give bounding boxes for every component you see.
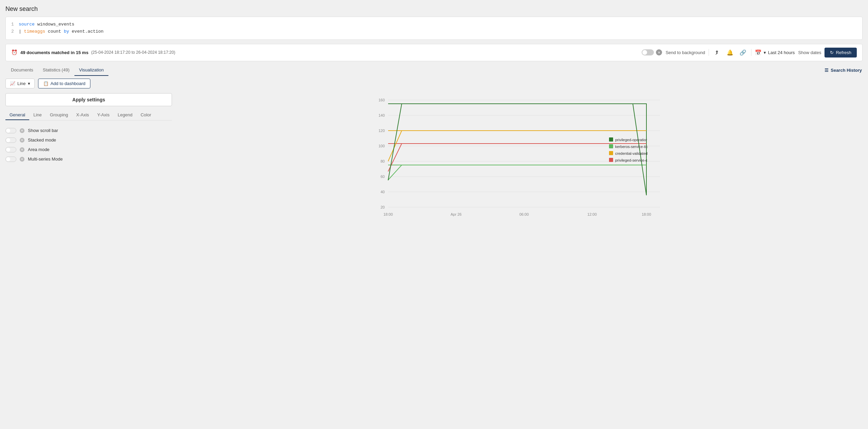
query-line-1: 1 source windows_events [11, 21, 857, 28]
viz-toolbar: 📈 Line ▾ 📋 Add to dashboard [5, 79, 863, 88]
by-kw: by [64, 29, 69, 34]
background-toggle-wrap: ✕ [642, 49, 662, 55]
multiseries-label: Multi-series Mode [28, 156, 63, 162]
dashboard-icon: 📋 [43, 81, 49, 86]
source-kw: source [19, 22, 35, 27]
chart-area: 160 140 120 100 80 60 40 20 18:00 Apr 26… [179, 93, 863, 222]
tab-visualization[interactable]: Visualization [74, 65, 109, 76]
area-toggle-thumb [6, 148, 10, 152]
content-area: Apply settings General Line Grouping X-A… [5, 93, 863, 222]
svg-rect-27 [609, 158, 613, 162]
line-number-1: 1 [11, 21, 17, 28]
svg-text:18:00: 18:00 [383, 212, 393, 216]
timeaggs-kw: timeaggs [24, 29, 45, 34]
time-range-label: Last 24 hours [768, 50, 795, 55]
query-line-2: 2 | timeaggs count by event.action [11, 28, 857, 35]
chevron-down-icon: ▾ [28, 81, 30, 86]
setting-row-stacked: ✕ Stacked mode [5, 135, 172, 145]
svg-text:100: 100 [379, 144, 385, 148]
area-label: Area mode [28, 147, 50, 152]
svg-text:160: 160 [379, 98, 385, 102]
search-history-label: Search History [831, 68, 862, 73]
scrollbar-toggle-thumb [6, 129, 10, 133]
link-icon[interactable]: 🔗 [738, 48, 748, 57]
send-to-background-label[interactable]: Send to background [665, 50, 705, 55]
main-content: 📈 Line ▾ 📋 Add to dashboard Apply settin… [5, 79, 863, 222]
scrollbar-label: Show scroll bar [28, 128, 58, 133]
settings-panel: Apply settings General Line Grouping X-A… [5, 93, 172, 222]
share-icon[interactable]: ⮭ [712, 48, 722, 57]
chart-container: 160 140 120 100 80 60 40 20 18:00 Apr 26… [179, 93, 863, 222]
setting-row-scrollbar: ✕ Show scroll bar [5, 126, 172, 135]
main-tabs: Documents Statistics (49) Visualization [6, 65, 108, 76]
multiseries-toggle[interactable] [5, 156, 16, 162]
chart-type-button[interactable]: 📈 Line ▾ [5, 79, 35, 88]
multiseries-toggle-thumb [6, 157, 10, 161]
svg-text:80: 80 [381, 159, 385, 163]
s-tab-general[interactable]: General [5, 110, 29, 120]
svg-text:120: 120 [379, 129, 385, 133]
show-dates-btn[interactable]: Show dates [798, 50, 821, 55]
apply-settings-button[interactable]: Apply settings [5, 93, 172, 106]
toggle-x-btn[interactable]: ✕ [656, 49, 662, 55]
add-to-dashboard-button[interactable]: 📋 Add to dashboard [38, 79, 91, 88]
settings-tabs: General Line Grouping X-Axis Y-Axis Lege… [5, 110, 172, 120]
s-tab-line[interactable]: Line [29, 110, 46, 120]
stacked-toggle[interactable] [5, 137, 16, 143]
line-chart: 160 140 120 100 80 60 40 20 18:00 Apr 26… [179, 93, 863, 222]
svg-rect-25 [609, 151, 613, 155]
refresh-icon: ↻ [830, 50, 834, 55]
list-icon: ☰ [824, 68, 829, 73]
area-x[interactable]: ✕ [20, 147, 24, 152]
svg-text:140: 140 [379, 113, 385, 117]
s-tab-color[interactable]: Color [137, 110, 155, 120]
svg-text:credential-validated: credential-validated [615, 151, 647, 155]
refresh-button[interactable]: ↻ Refresh [824, 48, 857, 57]
svg-text:20: 20 [381, 205, 385, 209]
multiseries-x[interactable]: ✕ [20, 157, 24, 162]
s-tab-grouping[interactable]: Grouping [46, 110, 72, 120]
calendar-icon: 📅 [755, 49, 762, 56]
time-range-selector[interactable]: 📅 ▾ Last 24 hours [755, 49, 795, 56]
svg-text:privileged-operatior: privileged-operatior [615, 138, 647, 142]
query-editor[interactable]: 1 source windows_events 2 | timeaggs cou… [5, 17, 863, 40]
svg-text:kerberos-service-tic: kerberos-service-tic [615, 145, 648, 149]
tab-documents[interactable]: Documents [6, 65, 38, 76]
area-toggle[interactable] [5, 147, 16, 152]
svg-text:privileged-service-c: privileged-service-c [615, 158, 647, 162]
tab-statistics[interactable]: Statistics (49) [38, 65, 74, 76]
chart-type-label: Line [17, 81, 26, 86]
settings-options: ✕ Show scroll bar ✕ Stacked mode ✕ Area … [5, 126, 172, 164]
refresh-label: Refresh [836, 50, 851, 55]
toolbar-divider-2 [751, 49, 751, 56]
svg-text:40: 40 [381, 190, 385, 194]
toolbar-divider-1 [709, 49, 709, 56]
s-tab-xaxis[interactable]: X-Axis [72, 110, 93, 120]
line-chart-icon: 📈 [10, 81, 15, 86]
line-number-2: 2 [11, 28, 17, 35]
scrollbar-toggle[interactable] [5, 128, 16, 133]
bell-icon[interactable]: 🔔 [725, 48, 735, 57]
page-container: New search 1 source windows_events 2 | t… [0, 0, 868, 429]
query-line-1-content: source windows_events [19, 21, 74, 28]
svg-text:18:00: 18:00 [642, 212, 651, 216]
stacked-x[interactable]: ✕ [20, 138, 24, 143]
toolbar-left: ⏰ 49 documents matched in 15 ms (25-04-2… [11, 49, 638, 55]
svg-rect-23 [609, 144, 613, 148]
add-dashboard-label: Add to dashboard [51, 81, 86, 86]
svg-text:60: 60 [381, 175, 385, 179]
background-toggle[interactable] [642, 49, 654, 55]
scrollbar-x[interactable]: ✕ [20, 128, 24, 133]
stacked-toggle-thumb [6, 138, 10, 142]
s-tab-legend[interactable]: Legend [114, 110, 136, 120]
svg-text:Apr 26: Apr 26 [451, 212, 462, 216]
query-line-2-content: | timeaggs count by event.action [19, 28, 104, 35]
setting-row-area: ✕ Area mode [5, 145, 172, 154]
toolbar: ⏰ 49 documents matched in 15 ms (25-04-2… [5, 44, 863, 61]
svg-rect-21 [609, 137, 613, 142]
clock-icon: ⏰ [11, 49, 18, 55]
svg-text:06:00: 06:00 [519, 212, 529, 216]
search-history-btn[interactable]: ☰ Search History [824, 68, 862, 73]
setting-row-multiseries: ✕ Multi-series Mode [5, 154, 172, 164]
s-tab-yaxis[interactable]: Y-Axis [93, 110, 114, 120]
